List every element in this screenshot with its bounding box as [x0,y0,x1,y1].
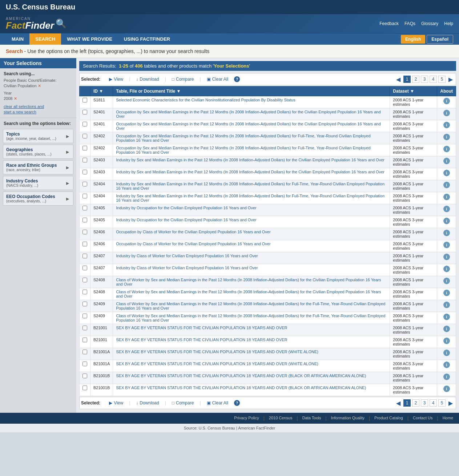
row-checkbox[interactable] [82,206,87,210]
row-checkbox[interactable] [82,338,87,342]
page-5-top[interactable]: 5 [438,76,446,83]
info-btn[interactable]: i [443,350,450,356]
contact-us-link[interactable]: Contact Us [413,416,432,421]
row-title-link[interactable]: Industry by Sex and Median Earnings in t… [116,194,384,202]
nav-search[interactable]: SEARCH [29,33,61,45]
feedback-link[interactable]: Feedback [379,21,399,26]
page-2-top[interactable]: 2 [412,76,419,83]
census-link[interactable]: 2010 Census [269,416,293,421]
info-btn[interactable]: i [443,242,450,248]
info-btn[interactable]: i [443,314,450,320]
download-btn-bottom[interactable]: ↓ Download [136,400,159,406]
help-link[interactable]: Help [444,21,453,26]
info-btn[interactable]: i [443,374,450,380]
row-checkbox[interactable] [82,254,87,258]
row-title-link[interactable]: Occupation by Sex and Median Earnings in… [116,122,381,130]
race-option[interactable]: Race and Ethnic Groups (race, ancestry, … [3,160,73,174]
download-btn-top[interactable]: ↓ Download [136,77,159,82]
row-title-link[interactable]: Industry by Occupation for the Civilian … [116,206,256,210]
info-btn[interactable]: i [443,338,450,344]
page-3-top[interactable]: 3 [421,76,428,83]
data-tools-link[interactable]: Data Tools [302,416,321,421]
close-year-btn[interactable]: ✕ [14,96,17,101]
row-title-link[interactable]: Industry by Sex and Median Earnings in t… [116,182,384,190]
topics-option[interactable]: Topics (age, income, year, dataset, ...)… [3,129,73,143]
info-btn[interactable]: i [443,194,450,200]
faqs-link[interactable]: FAQs [404,21,415,26]
row-title-link[interactable]: Industry by Class of Worker for Civilian… [116,266,258,270]
row-title-link[interactable]: SEX BY AGE BY VETERAN STATUS FOR THE CIV… [116,386,366,390]
product-catalog-link[interactable]: Product Catalog [374,416,403,421]
page-2-bottom[interactable]: 2 [412,399,419,407]
page-1-top[interactable]: 1 [403,76,411,83]
row-checkbox[interactable] [82,170,87,174]
info-btn[interactable]: i [443,362,450,368]
info-btn[interactable]: i [443,230,450,236]
row-checkbox[interactable] [82,350,87,354]
row-checkbox[interactable] [82,362,87,366]
row-checkbox[interactable] [82,266,87,270]
page-4-top[interactable]: 4 [430,76,437,83]
nav-using-factfinder[interactable]: USING FACTFINDER [118,33,176,45]
row-title-link[interactable]: Class of Worker by Sex and Median Earnin… [116,290,381,298]
row-checkbox[interactable] [82,218,87,222]
page-3-bottom[interactable]: 3 [421,399,428,407]
view-btn-top[interactable]: ▶ View [109,77,123,82]
row-title-link[interactable]: Occupation by Sex and Median Earnings in… [116,146,370,154]
row-checkbox[interactable] [82,386,87,390]
geographies-option[interactable]: Geographies (states, counties, places, .… [3,145,73,159]
page-1-bottom[interactable]: 1 [403,399,411,407]
page-5-bottom[interactable]: 5 [438,399,446,407]
clear-all-btn-top[interactable]: ▣ Clear All [207,77,229,82]
row-title-link[interactable]: Industry by Sex and Median Earnings in t… [116,170,384,174]
info-btn[interactable]: i [443,266,450,272]
info-btn[interactable]: i [443,182,450,188]
row-title-link[interactable]: SEX BY AGE BY VETERAN STATUS FOR THE CIV… [116,374,366,378]
row-title-link[interactable]: Class of Worker by Sex and Median Earnin… [116,314,385,322]
row-checkbox[interactable] [82,302,87,306]
row-title-link[interactable]: Occupation by Sex and Median Earnings in… [116,134,370,142]
row-title-link[interactable]: SEX BY AGE BY VETERAN STATUS FOR THE CIV… [116,362,318,366]
page-4-bottom[interactable]: 4 [430,399,437,407]
info-btn[interactable]: i [443,134,450,140]
info-btn[interactable]: i [443,290,450,296]
row-checkbox[interactable] [82,242,87,246]
row-checkbox[interactable] [82,110,87,114]
info-btn[interactable]: i [443,146,450,152]
info-btn[interactable]: i [443,386,450,392]
info-btn[interactable]: i [443,218,450,224]
nav-what-we-provide[interactable]: WHAT WE PROVIDE [61,33,118,45]
row-title-link[interactable]: SEX BY AGE BY VETERAN STATUS FOR THE CIV… [116,350,318,354]
info-btn[interactable]: i [443,170,450,176]
clear-all-link[interactable]: clear all selections and [4,104,44,109]
help-icon-bottom[interactable]: ? [234,400,240,406]
help-icon-top[interactable]: ? [234,76,240,82]
info-quality-link[interactable]: Information Quality [331,416,365,421]
info-btn[interactable]: i [443,98,450,104]
prev-page-bottom[interactable]: ◀ [395,400,402,407]
info-btn[interactable]: i [443,254,450,260]
close-selection-btn[interactable]: ✕ [38,84,41,88]
privacy-link[interactable]: Privacy Policy [234,416,259,421]
next-page-bottom[interactable]: ▶ [447,400,454,407]
home-link[interactable]: Home [443,416,453,421]
new-search-link[interactable]: start a new search [4,110,36,114]
next-page-top[interactable]: ▶ [447,76,454,83]
col-id[interactable]: ID ▼ [90,86,113,96]
col-dataset[interactable]: Dataset ▼ [390,86,437,96]
info-btn[interactable]: i [443,158,450,164]
row-checkbox[interactable] [82,158,87,162]
info-btn[interactable]: i [443,278,450,284]
row-checkbox[interactable] [82,194,87,198]
row-title-link[interactable]: Class of Worker by Sex and Median Earnin… [116,302,385,310]
row-checkbox[interactable] [82,290,87,294]
info-btn[interactable]: i [443,122,450,128]
row-checkbox[interactable] [82,182,87,186]
english-btn[interactable]: English [401,35,425,44]
row-checkbox[interactable] [82,374,87,378]
info-btn[interactable]: i [443,326,450,332]
col-title[interactable]: Table, File or Document Title ▼ [113,86,390,96]
row-title-link[interactable]: Occupation by Sex and Median Earnings in… [116,110,381,118]
row-title-link[interactable]: Industry by Occupation for the Civilian … [116,218,256,222]
view-btn-bottom[interactable]: ▶ View [109,400,123,406]
